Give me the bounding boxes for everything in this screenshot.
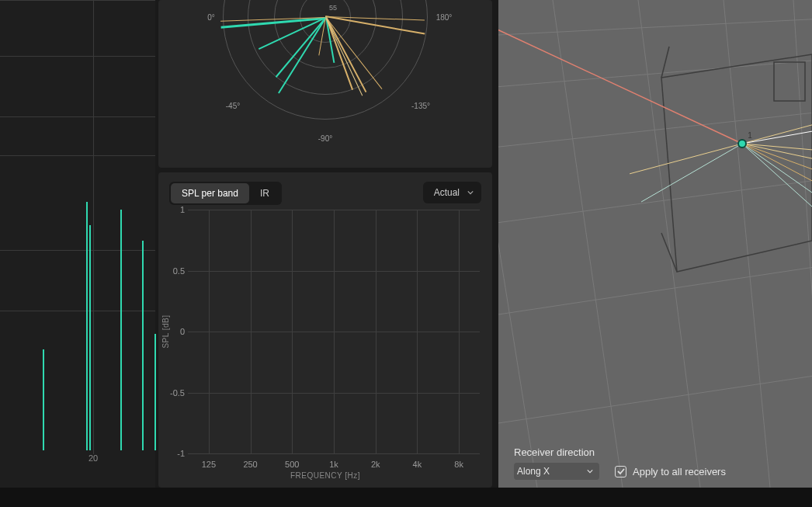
polar-angle-label: 0° [207, 13, 215, 22]
grid-line [0, 311, 155, 311]
chart-mode-dropdown[interactable]: Actual [423, 182, 481, 203]
ray-3d [742, 144, 812, 232]
receiver-marker-label: 1 [748, 131, 752, 140]
waveform-bar [89, 225, 91, 450]
viewport-3d[interactable]: 1 Receiver direction Along X Apply to al… [498, 0, 812, 488]
svg-line-4 [498, 256, 812, 326]
x-tick-label: 2k [371, 460, 380, 469]
grid-line [0, 250, 155, 251]
polar-plot: 0° 180° -45° -90° -135° 55 [158, 0, 492, 168]
y-tick-label: -0.5 [163, 388, 185, 398]
grid-line [93, 0, 94, 454]
receiver-direction-dropdown[interactable]: Along X [514, 463, 599, 480]
grid-line [251, 210, 252, 453]
ray-3d [498, 0, 742, 144]
x-tick-label: 1k [329, 460, 338, 469]
svg-rect-11 [774, 62, 805, 101]
grid-line [188, 453, 480, 454]
dropdown-value: Actual [434, 187, 460, 198]
x-tick-label: 8k [454, 460, 463, 469]
svg-line-6 [498, 0, 537, 488]
grid-line [0, 56, 155, 57]
polar-angle-label: -90° [318, 134, 332, 143]
svg-line-9 [724, 0, 770, 488]
tab-spl-per-band[interactable]: SPL per band [171, 183, 249, 203]
checkbox-label: Apply to all receivers [633, 466, 726, 477]
x-tick-label: 125 [202, 460, 216, 469]
x-tick-label: 20 [88, 453, 98, 463]
receiver-marker[interactable] [737, 139, 747, 148]
dropdown-value: Along X [517, 466, 550, 477]
ray-3d [742, 144, 812, 198]
x-axis-label: FREQUENCY [Hz] [290, 471, 360, 480]
chart-mode-segmented-control: SPL per band IR [169, 182, 282, 205]
ray-3d [742, 144, 812, 233]
x-tick-label: 250 [243, 460, 257, 469]
bottom-strip [0, 488, 812, 507]
ray-3d [641, 144, 742, 202]
left-waveform-panel: 20 [0, 0, 155, 488]
polar-center-value: 55 [329, 4, 337, 12]
grid-line [0, 155, 155, 156]
waveform-bar [43, 349, 44, 450]
receiver-direction-label: Receiver direction [514, 446, 796, 458]
waveform-bar [120, 210, 122, 450]
x-tick-label: 500 [285, 460, 299, 469]
waveform-bar [86, 202, 88, 450]
y-tick-label: 1 [163, 205, 185, 214]
svg-line-1 [498, 54, 812, 93]
grid-line [292, 210, 293, 453]
spl-plot-area: -1-0.500.51 1252505001k2k4k8k [188, 210, 480, 453]
polar-angle-label: -135° [411, 102, 430, 110]
grid-line [334, 210, 335, 453]
svg-line-5 [498, 365, 812, 435]
waveform-bar [154, 334, 156, 450]
grid-line [459, 210, 460, 453]
grid-line [209, 210, 210, 453]
y-tick-label: 0.5 [163, 266, 185, 276]
spl-chart-panel: SPL per band IR Actual SPL [dB] -1-0.500… [158, 172, 492, 488]
chevron-down-icon [587, 468, 593, 474]
ray-3d [742, 144, 812, 156]
x-tick-label: 4k [413, 460, 422, 469]
ray-3d [630, 144, 742, 174]
svg-line-2 [498, 105, 812, 155]
grid-line [376, 210, 377, 453]
polar-angle-label: 180° [436, 13, 453, 22]
apply-all-receivers-checkbox[interactable]: Apply to all receivers [615, 466, 726, 477]
center-panel: 0° 180° -45° -90° -135° 55 SPL per band … [158, 0, 495, 488]
svg-line-7 [553, 0, 623, 488]
grid-line [0, 0, 155, 1]
viewport-3d-svg [498, 0, 812, 488]
svg-line-0 [498, 16, 812, 39]
y-tick-label: -1 [163, 449, 185, 458]
chevron-down-icon [467, 189, 474, 196]
viewport-footer: Receiver direction Along X Apply to all … [514, 446, 796, 480]
y-tick-label: 0 [163, 327, 185, 336]
tab-ir[interactable]: IR [249, 183, 280, 203]
polar-angle-label: -45° [226, 102, 240, 110]
grid-line [417, 210, 418, 453]
svg-line-3 [498, 171, 812, 233]
grid-line [0, 116, 155, 117]
checkbox-box [615, 466, 626, 477]
waveform-bar [142, 241, 144, 450]
